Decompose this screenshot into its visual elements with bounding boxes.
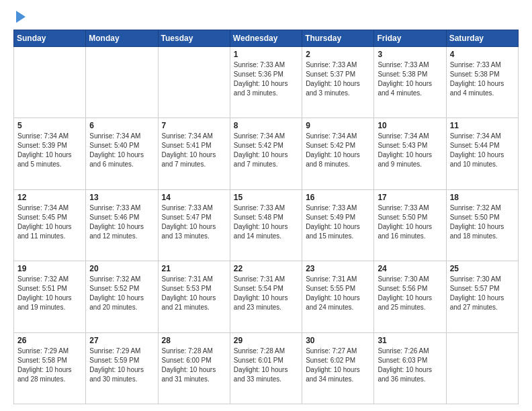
day-number: 18 [450, 193, 515, 202]
logo-arrow-icon [16, 11, 26, 23]
calendar-cell: 25Sunrise: 7:30 AMSunset: 5:57 PMDayligh… [446, 261, 518, 332]
cell-content: Sunrise: 7:34 AMSunset: 5:45 PMDaylight:… [17, 203, 82, 241]
calendar-cell [446, 332, 518, 404]
cell-content: Sunrise: 7:34 AMSunset: 5:41 PMDaylight:… [162, 132, 226, 169]
cell-content: Sunrise: 7:32 AMSunset: 5:50 PMDaylight:… [450, 203, 515, 241]
day-number: 26 [17, 336, 82, 345]
day-number: 1 [234, 50, 298, 59]
calendar-cell: 12Sunrise: 7:34 AMSunset: 5:45 PMDayligh… [14, 189, 86, 261]
day-number: 12 [17, 193, 82, 202]
cell-content: Sunrise: 7:32 AMSunset: 5:51 PMDaylight:… [17, 275, 82, 312]
calendar-cell: 15Sunrise: 7:33 AMSunset: 5:48 PMDayligh… [230, 189, 302, 261]
cell-content: Sunrise: 7:28 AMSunset: 6:01 PMDaylight:… [234, 347, 298, 384]
calendar-cell: 7Sunrise: 7:34 AMSunset: 5:41 PMDaylight… [158, 118, 230, 189]
calendar-cell: 14Sunrise: 7:33 AMSunset: 5:47 PMDayligh… [158, 189, 230, 261]
weekday-header-row: SundayMondayTuesdayWednesdayThursdayFrid… [14, 30, 519, 47]
calendar-cell: 22Sunrise: 7:31 AMSunset: 5:54 PMDayligh… [230, 261, 302, 332]
cell-content: Sunrise: 7:31 AMSunset: 5:54 PMDaylight:… [234, 275, 298, 312]
weekday-header-saturday: Saturday [446, 30, 518, 47]
calendar-cell: 21Sunrise: 7:31 AMSunset: 5:53 PMDayligh… [158, 261, 230, 332]
cell-content: Sunrise: 7:33 AMSunset: 5:38 PMDaylight:… [450, 60, 515, 98]
cell-content: Sunrise: 7:31 AMSunset: 5:55 PMDaylight:… [306, 275, 370, 312]
calendar-cell: 10Sunrise: 7:34 AMSunset: 5:43 PMDayligh… [374, 118, 446, 189]
day-number: 10 [378, 121, 442, 130]
day-number: 29 [234, 336, 298, 345]
calendar-cell: 29Sunrise: 7:28 AMSunset: 6:01 PMDayligh… [230, 332, 302, 404]
day-number: 20 [89, 264, 154, 273]
day-number: 9 [306, 121, 370, 130]
calendar-cell: 20Sunrise: 7:32 AMSunset: 5:52 PMDayligh… [86, 261, 158, 332]
calendar-cell: 8Sunrise: 7:34 AMSunset: 5:42 PMDaylight… [230, 118, 302, 189]
cell-content: Sunrise: 7:26 AMSunset: 6:03 PMDaylight:… [378, 347, 442, 384]
day-number: 27 [89, 336, 154, 345]
cell-content: Sunrise: 7:33 AMSunset: 5:49 PMDaylight:… [306, 203, 370, 241]
cell-content: Sunrise: 7:33 AMSunset: 5:38 PMDaylight:… [378, 60, 442, 98]
weekday-header-tuesday: Tuesday [158, 30, 230, 47]
calendar-cell: 28Sunrise: 7:28 AMSunset: 6:00 PMDayligh… [158, 332, 230, 404]
cell-content: Sunrise: 7:30 AMSunset: 5:57 PMDaylight:… [450, 275, 515, 312]
day-number: 7 [162, 121, 226, 130]
calendar-cell: 19Sunrise: 7:32 AMSunset: 5:51 PMDayligh… [14, 261, 86, 332]
weekday-header-wednesday: Wednesday [230, 30, 302, 47]
week-row-2: 5Sunrise: 7:34 AMSunset: 5:39 PMDaylight… [14, 118, 519, 189]
day-number: 4 [450, 50, 515, 59]
calendar-cell: 2Sunrise: 7:33 AMSunset: 5:37 PMDaylight… [302, 47, 374, 118]
day-number: 3 [378, 50, 442, 59]
weekday-header-thursday: Thursday [302, 30, 374, 47]
cell-content: Sunrise: 7:29 AMSunset: 5:58 PMDaylight:… [17, 347, 82, 384]
cell-content: Sunrise: 7:33 AMSunset: 5:36 PMDaylight:… [234, 60, 298, 98]
day-number: 11 [450, 121, 515, 130]
day-number: 30 [306, 336, 370, 345]
day-number: 21 [162, 264, 226, 273]
week-row-1: 1Sunrise: 7:33 AMSunset: 5:36 PMDaylight… [14, 47, 519, 118]
calendar-cell: 26Sunrise: 7:29 AMSunset: 5:58 PMDayligh… [14, 332, 86, 404]
page: SundayMondayTuesdayWednesdayThursdayFrid… [0, 0, 532, 411]
calendar-cell: 16Sunrise: 7:33 AMSunset: 5:49 PMDayligh… [302, 189, 374, 261]
day-number: 19 [17, 264, 82, 273]
calendar-cell: 18Sunrise: 7:32 AMSunset: 5:50 PMDayligh… [446, 189, 518, 261]
calendar-cell [14, 47, 86, 118]
cell-content: Sunrise: 7:32 AMSunset: 5:52 PMDaylight:… [89, 275, 154, 312]
cell-content: Sunrise: 7:34 AMSunset: 5:44 PMDaylight:… [450, 132, 515, 169]
calendar-cell: 30Sunrise: 7:27 AMSunset: 6:02 PMDayligh… [302, 332, 374, 404]
day-number: 14 [162, 193, 226, 202]
calendar-cell: 24Sunrise: 7:30 AMSunset: 5:56 PMDayligh… [374, 261, 446, 332]
day-number: 13 [89, 193, 154, 202]
cell-content: Sunrise: 7:30 AMSunset: 5:56 PMDaylight:… [378, 275, 442, 312]
header [13, 12, 519, 23]
calendar-cell: 1Sunrise: 7:33 AMSunset: 5:36 PMDaylight… [230, 47, 302, 118]
day-number: 24 [378, 264, 442, 273]
cell-content: Sunrise: 7:34 AMSunset: 5:39 PMDaylight:… [17, 132, 82, 169]
cell-content: Sunrise: 7:33 AMSunset: 5:46 PMDaylight:… [89, 203, 154, 241]
cell-content: Sunrise: 7:33 AMSunset: 5:48 PMDaylight:… [234, 203, 298, 241]
cell-content: Sunrise: 7:33 AMSunset: 5:37 PMDaylight:… [306, 60, 370, 98]
calendar-cell: 27Sunrise: 7:29 AMSunset: 5:59 PMDayligh… [86, 332, 158, 404]
weekday-header-sunday: Sunday [14, 30, 86, 47]
cell-content: Sunrise: 7:27 AMSunset: 6:02 PMDaylight:… [306, 347, 370, 384]
day-number: 17 [378, 193, 442, 202]
week-row-4: 19Sunrise: 7:32 AMSunset: 5:51 PMDayligh… [14, 261, 519, 332]
calendar-cell: 4Sunrise: 7:33 AMSunset: 5:38 PMDaylight… [446, 47, 518, 118]
calendar-cell: 5Sunrise: 7:34 AMSunset: 5:39 PMDaylight… [14, 118, 86, 189]
day-number: 16 [306, 193, 370, 202]
day-number: 5 [17, 121, 82, 130]
day-number: 22 [234, 264, 298, 273]
week-row-5: 26Sunrise: 7:29 AMSunset: 5:58 PMDayligh… [14, 332, 519, 404]
calendar-table: SundayMondayTuesdayWednesdayThursdayFrid… [13, 30, 519, 404]
calendar-cell [158, 47, 230, 118]
cell-content: Sunrise: 7:31 AMSunset: 5:53 PMDaylight:… [162, 275, 226, 312]
calendar-cell: 6Sunrise: 7:34 AMSunset: 5:40 PMDaylight… [86, 118, 158, 189]
cell-content: Sunrise: 7:34 AMSunset: 5:40 PMDaylight:… [89, 132, 154, 169]
weekday-header-friday: Friday [374, 30, 446, 47]
cell-content: Sunrise: 7:33 AMSunset: 5:47 PMDaylight:… [162, 203, 226, 241]
cell-content: Sunrise: 7:34 AMSunset: 5:42 PMDaylight:… [306, 132, 370, 169]
weekday-header-monday: Monday [86, 30, 158, 47]
day-number: 31 [378, 336, 442, 345]
day-number: 8 [234, 121, 298, 130]
day-number: 28 [162, 336, 226, 345]
cell-content: Sunrise: 7:33 AMSunset: 5:50 PMDaylight:… [378, 203, 442, 241]
day-number: 25 [450, 264, 515, 273]
cell-content: Sunrise: 7:28 AMSunset: 6:00 PMDaylight:… [162, 347, 226, 384]
day-number: 2 [306, 50, 370, 59]
cell-content: Sunrise: 7:34 AMSunset: 5:43 PMDaylight:… [378, 132, 442, 169]
